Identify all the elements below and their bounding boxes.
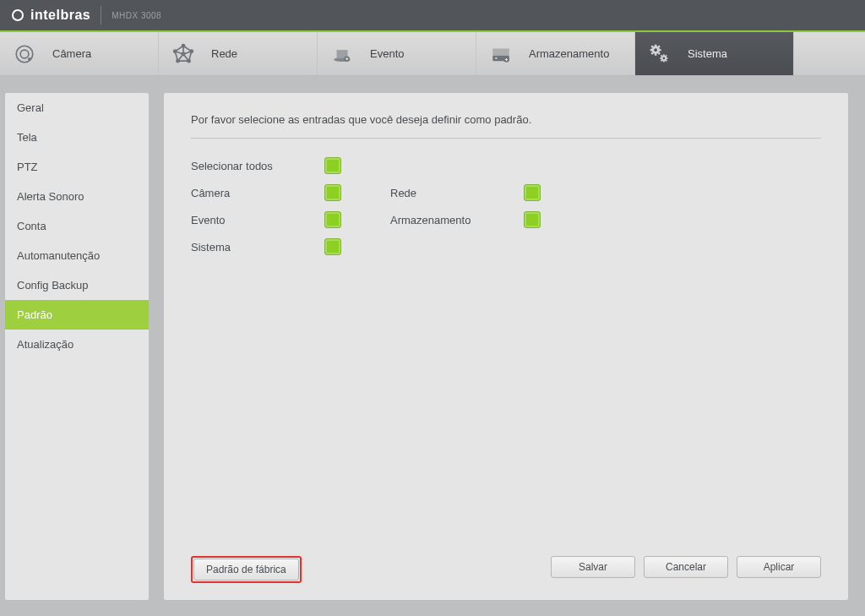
sidebar-item-conta[interactable]: Conta [5,211,149,241]
sidebar-item-ptz[interactable]: PTZ [5,152,149,182]
event-checkbox[interactable] [324,211,341,228]
sidebar-item-tela[interactable]: Tela [5,123,149,152]
nav-event-label: Evento [370,47,404,60]
storage-label: Armazenamento [390,214,524,226]
save-button[interactable]: Salvar [551,556,635,578]
brand-logo: intelbras [12,8,90,23]
apply-label: Aplicar [764,561,795,573]
network-label: Rede [390,187,524,199]
sidebar-item-padrao[interactable]: Padrão [5,300,149,330]
svg-point-13 [495,57,497,58]
system-icon [647,41,672,67]
save-label: Salvar [579,561,607,573]
nav-storage[interactable]: Armazenamento [476,32,635,75]
sidebar-item-atualizacao[interactable]: Atualização [5,330,149,359]
brand-text: intelbras [30,8,90,23]
sidebar-item-label: Padrão [17,308,52,321]
nav-system-label: Sistema [688,47,727,60]
svg-point-2 [28,57,30,60]
nav-camera[interactable]: Câmera [0,32,159,75]
factory-default-button[interactable]: Padrão de fábrica [193,559,299,581]
system-checkbox[interactable] [324,238,341,255]
cancel-button[interactable]: Cancelar [644,556,728,578]
factory-default-highlight: Padrão de fábrica [191,556,302,583]
sidebar-item-label: Atualização [17,338,73,351]
sidebar-item-label: Automanutenção [17,249,100,262]
app-header: intelbras MHDX 3008 [0,0,865,32]
sidebar-item-label: Alerta Sonoro [17,190,84,203]
sidebar-item-config-backup[interactable]: Config Backup [5,270,149,300]
defaults-form: Selecionar todos Câmera Rede Evento Arma… [191,152,821,260]
sidebar: Geral Tela PTZ Alerta Sonoro Conta Autom… [5,93,149,600]
sidebar-item-automanutencao[interactable]: Automanutenção [5,241,149,270]
nav-system[interactable]: Sistema [635,32,794,75]
sidebar-item-label: Tela [17,131,37,144]
select-all-checkbox[interactable] [324,157,341,174]
system-label: Sistema [191,241,324,253]
top-nav: Câmera Rede Evento [0,32,865,76]
svg-point-16 [654,48,657,52]
button-bar: Padrão de fábrica Salvar Cancelar Aplica… [164,556,848,583]
sidebar-item-label: Config Backup [17,279,89,292]
event-label: Evento [191,214,324,226]
camera-label: Câmera [191,187,324,199]
nav-storage-label: Armazenamento [529,47,609,60]
storage-icon [488,41,514,67]
event-icon [329,41,355,67]
sidebar-item-label: Conta [17,220,46,232]
network-icon [171,41,196,67]
panel-description: Por favor selecione as entradas que você… [191,113,821,139]
network-checkbox[interactable] [524,184,541,201]
svg-point-1 [20,50,29,58]
factory-default-label: Padrão de fábrica [206,564,286,575]
apply-button[interactable]: Aplicar [737,556,821,578]
storage-checkbox[interactable] [524,211,541,228]
model-label: MHDX 3008 [112,11,161,20]
nav-event[interactable]: Evento [318,32,476,75]
camera-icon [12,41,37,67]
cancel-label: Cancelar [666,561,706,573]
brand-icon [12,9,24,21]
sidebar-item-label: PTZ [17,161,38,173]
select-all-label: Selecionar todos [191,160,324,172]
settings-panel: Por favor selecione as entradas que você… [164,93,848,600]
header-separator [101,6,101,25]
nav-network[interactable]: Rede [159,32,318,75]
camera-checkbox[interactable] [324,184,341,201]
nav-camera-label: Câmera [52,47,91,60]
sidebar-item-label: Geral [17,101,44,114]
sidebar-item-alerta[interactable]: Alerta Sonoro [5,182,149,211]
nav-network-label: Rede [211,47,237,60]
svg-point-18 [663,57,666,59]
sidebar-item-geral[interactable]: Geral [5,93,149,123]
